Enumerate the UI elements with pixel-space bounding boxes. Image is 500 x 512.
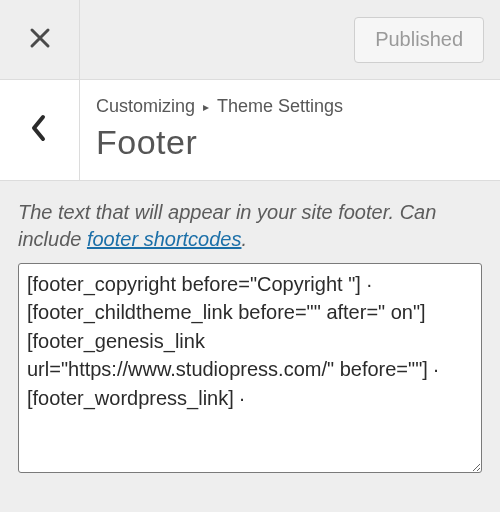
- desc-post: .: [241, 228, 247, 250]
- section-title: Footer: [96, 123, 482, 162]
- chevron-left-icon: [30, 114, 50, 146]
- section-header-body: Customizing ▸ Theme Settings Footer: [80, 80, 500, 180]
- topbar-spacer: [80, 0, 354, 79]
- breadcrumb-root: Customizing: [96, 96, 195, 117]
- published-status-button[interactable]: Published: [354, 17, 484, 63]
- footer-text-textarea[interactable]: [18, 263, 482, 473]
- breadcrumb: Customizing ▸ Theme Settings: [96, 96, 482, 117]
- customizer-topbar: Published: [0, 0, 500, 80]
- section-header-row: Customizing ▸ Theme Settings Footer: [0, 80, 500, 181]
- close-button[interactable]: [0, 0, 80, 79]
- back-button[interactable]: [0, 80, 80, 180]
- breadcrumb-separator-icon: ▸: [203, 100, 209, 114]
- breadcrumb-current: Theme Settings: [217, 96, 343, 117]
- close-icon: [28, 26, 52, 54]
- published-label: Published: [375, 28, 463, 51]
- footer-shortcodes-link[interactable]: footer shortcodes: [87, 228, 242, 250]
- field-description: The text that will appear in your site f…: [0, 181, 500, 263]
- footer-text-field-wrap: [0, 263, 500, 495]
